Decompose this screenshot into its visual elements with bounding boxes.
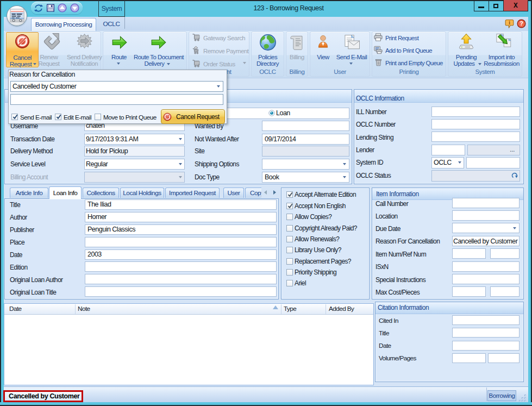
svg-text:?: ? — [520, 20, 523, 27]
svg-text:i: i — [509, 20, 510, 26]
